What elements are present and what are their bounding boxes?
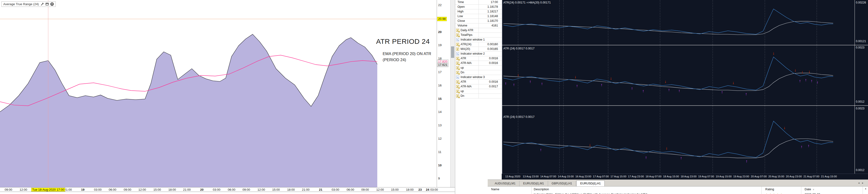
row-divider (478, 23, 479, 28)
x-axis-label: 23 (418, 188, 422, 191)
data-window-panel: Time17:00Open1.18178High1.18217Low1.1814… (455, 0, 502, 194)
fx-function-icon: ƒ (456, 48, 459, 51)
data-window-row-value: 4161 (491, 24, 498, 27)
up-signal-arrow-icon: ↑ (601, 83, 603, 87)
row-divider (478, 14, 479, 19)
panel2-scale-bottom: 0.0012 (856, 100, 865, 103)
down-signal-arrow-icon: ↓ (794, 68, 797, 73)
scroll-up-icon[interactable]: ▲ (865, 187, 867, 190)
row-divider (478, 70, 479, 75)
up-signal-arrow-icon: ↑ (576, 84, 578, 88)
down-signal-arrow-icon: ↓ (808, 70, 810, 74)
down-signal-arrow-icon: ↓ (783, 126, 786, 130)
data-window-row-label: ATR-MA (461, 61, 471, 65)
panel3-scale-top: 0.0023 (856, 107, 865, 110)
row-divider (478, 33, 479, 37)
panel1-scale-bottom: 0.00121 (856, 39, 866, 43)
column-divider (801, 187, 801, 194)
column-divider (863, 187, 863, 194)
column-header-name[interactable]: Name (491, 188, 499, 191)
x-axis-label: 15:00 (391, 188, 399, 191)
sort-icon: ▿ (813, 188, 814, 191)
table-row-rating-stars: ☆☆☆☆☆ (765, 193, 783, 194)
row-divider (478, 0, 479, 4)
chart-annotation-subtitle: EMA (PERIOD 20) ON ATR (PERIOD 24) (383, 51, 434, 63)
data-window-row-label: Close (458, 19, 465, 23)
data-window-row: ƒDaily ATR (455, 28, 502, 33)
data-window-row-value: 0.0016 (489, 61, 498, 65)
time-axis-label: 18 Aug 07:00 (646, 175, 661, 178)
panel2-legend: ATR (24) 0.0017 0.0017 (503, 47, 534, 50)
up-signal-arrow-icon: ↑ (805, 78, 807, 82)
data-window-row-value: 17:00 (491, 0, 498, 4)
atr-area-chart[interactable] (0, 0, 455, 187)
data-window-row-label: MA(20) (461, 47, 470, 51)
chart-tab-eurusd-m1[interactable]: EURUSD(£),M1 (520, 181, 548, 187)
data-window-row-label: Volume (458, 24, 467, 27)
y-axis-label: 20 (438, 30, 442, 34)
up-signal-arrow-icon: ↑ (678, 88, 680, 93)
x-axis-label: 21:00 (302, 188, 310, 191)
down-signal-arrow-icon: ↓ (575, 75, 577, 79)
data-window-row-label: up (461, 89, 464, 93)
scrollbar-thumb[interactable] (451, 47, 454, 58)
x-axis-label: 15:00 (153, 188, 161, 191)
x-axis-label: 21:00 (183, 188, 191, 191)
x-axis-label: 09:00 (5, 188, 12, 191)
data-window-row: ƒMA(20)0.00165 (455, 47, 502, 52)
atr-area-chart-panel: Average True Range (24) ✕ ATR PERIOD 24 … (0, 0, 455, 194)
table-row-description[interactable]: Indicator DXY - EXY is the USDX vs EURX … (534, 193, 647, 194)
up-signal-arrow-icon: ↑ (642, 89, 644, 93)
data-window-row: ƒATR0.0016 (455, 56, 502, 61)
mt4-indicator-chart[interactable]: ↑↑↑↑↑↑↑↑↑↑↑↑↑↑↑↑↓↓↓↓↓↓↓↓↓↑↑↑↑↑↑↓↓↓ (502, 0, 868, 174)
data-window-row-label: Indicator window 2 (461, 52, 485, 55)
close-icon[interactable]: ✕ (50, 2, 54, 6)
fx-function-icon: ƒ (456, 80, 459, 83)
fx-function-icon: ƒ (456, 90, 459, 93)
data-window-row: Open1.18178 (455, 5, 502, 9)
tab-nav-right-icon[interactable]: ► (862, 182, 866, 184)
indicator-title: Average True Range (24) (3, 2, 39, 6)
x-axis-label: 18:00 (168, 188, 176, 191)
data-window-row-value: 1.18217 (488, 10, 498, 13)
y-axis-border (437, 0, 437, 187)
x-axis-label: 09:00 (124, 188, 131, 191)
column-header-date[interactable]: Date▿ (805, 188, 814, 191)
row-divider (478, 65, 479, 70)
wrench-icon[interactable] (40, 2, 44, 6)
column-header-rating[interactable]: Rating (765, 188, 774, 191)
y-axis-label: 15 (438, 97, 442, 101)
y-axis-label: 19 (438, 43, 442, 47)
fx-function-icon: ƒ (456, 66, 459, 70)
up-signal-arrow-icon: ↑ (721, 90, 723, 94)
row-divider (478, 47, 479, 51)
column-header-description[interactable]: Description (534, 188, 549, 191)
row-divider (478, 5, 479, 9)
data-window-row: ∿Indicator window 3 (455, 75, 502, 80)
y-axis-label: 12 (438, 137, 442, 140)
chart-tab-eurusd-h1[interactable]: EURUSD(£),H1 (576, 181, 605, 187)
time-axis-label: 19 Aug 23:00 (733, 175, 749, 178)
chart-tab-gbpusd-h1[interactable]: GBPUSD(£),H1 (548, 181, 576, 187)
data-window-row-label: up (461, 66, 464, 70)
down-signal-arrow-icon: ↓ (610, 76, 612, 81)
data-window-row-label: Open (458, 5, 465, 8)
window-icon[interactable] (45, 3, 49, 5)
chart-annotation-title: ATR PERIOD 24 (376, 37, 430, 46)
vertical-scrollbar[interactable] (450, 0, 455, 187)
time-axis: 09:0012:0021:001903:0006:0009:0012:0015:… (0, 187, 455, 192)
tab-nav: ◄► (858, 182, 866, 184)
data-window-row-label: Daily ATR (461, 29, 473, 32)
down-signal-arrow-icon: ↓ (732, 81, 735, 85)
x-axis-label: 15:00 (272, 188, 280, 191)
fx-function-icon: ƒ (456, 43, 459, 46)
indicator-title-box: Average True Range (24) ✕ (1, 1, 56, 7)
data-window-row-label: ATR (461, 57, 466, 60)
data-window-row: ƒup (455, 89, 502, 94)
tab-nav-left-icon[interactable]: ◄ (858, 182, 862, 184)
indicator-window-icon: ∿ (456, 38, 459, 41)
time-axis-label: 16 Aug 23:00 (576, 175, 591, 178)
panel1-scale-top: 0.00226 (856, 1, 866, 4)
chart-tab-audusd-m1[interactable]: AUDUSD(£),M1 (491, 181, 520, 187)
data-window-row-value: 0.0016 (489, 80, 498, 83)
